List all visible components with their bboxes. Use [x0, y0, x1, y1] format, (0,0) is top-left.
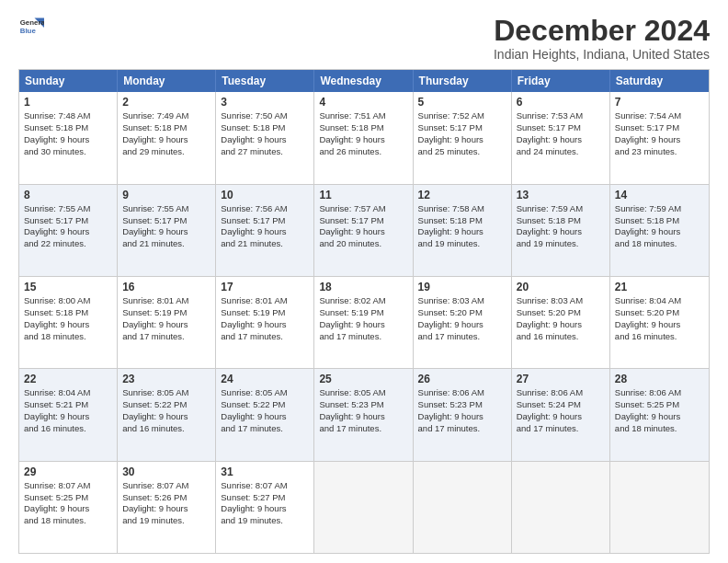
calendar-cell: 10Sunrise: 7:56 AMSunset: 5:17 PMDayligh… [216, 185, 314, 276]
cell-text: Daylight: 9 hours and 23 minutes. [615, 134, 704, 158]
cell-text: Daylight: 9 hours and 16 minutes. [24, 411, 112, 435]
cell-text: Sunrise: 8:01 AM [221, 295, 309, 307]
cell-text: Daylight: 9 hours and 21 minutes. [122, 226, 210, 250]
cell-text: Sunrise: 7:52 AM [418, 110, 506, 122]
cell-text: Sunrise: 7:48 AM [24, 110, 112, 122]
cell-text: Sunrise: 7:54 AM [615, 110, 704, 122]
cell-text: Daylight: 9 hours and 25 minutes. [418, 134, 506, 158]
page: General Blue December 2024 Indian Height… [0, 0, 728, 563]
cell-text: Sunset: 5:18 PM [24, 307, 112, 319]
cell-text: Sunset: 5:25 PM [615, 399, 704, 411]
cell-text: Sunrise: 8:02 AM [319, 295, 407, 307]
cell-text: Sunset: 5:20 PM [517, 307, 605, 319]
cell-text: Sunrise: 7:59 AM [615, 203, 704, 215]
day-number: 3 [221, 95, 309, 109]
cell-text: Sunset: 5:18 PM [418, 215, 506, 227]
cell-text: Sunrise: 8:05 AM [122, 387, 210, 399]
cell-text: Sunset: 5:18 PM [319, 122, 407, 134]
header-day-friday: Friday [512, 70, 610, 92]
calendar-row-3: 15Sunrise: 8:00 AMSunset: 5:18 PMDayligh… [19, 277, 709, 369]
cell-text: Daylight: 9 hours and 17 minutes. [221, 319, 309, 343]
cell-text: Sunset: 5:18 PM [24, 122, 112, 134]
cell-text: Daylight: 9 hours and 24 minutes. [517, 134, 605, 158]
cell-text: Sunset: 5:22 PM [122, 399, 210, 411]
cell-text: Sunrise: 7:50 AM [221, 110, 309, 122]
cell-text: Sunset: 5:17 PM [517, 122, 605, 134]
svg-text:General: General [20, 18, 44, 27]
calendar-cell: 27Sunrise: 8:06 AMSunset: 5:24 PMDayligh… [512, 369, 610, 460]
cell-text: Sunset: 5:19 PM [122, 307, 210, 319]
cell-text: Sunrise: 7:49 AM [122, 110, 210, 122]
calendar: SundayMondayTuesdayWednesdayThursdayFrid… [18, 69, 710, 554]
calendar-cell: 30Sunrise: 8:07 AMSunset: 5:26 PMDayligh… [118, 462, 216, 553]
cell-text: Sunset: 5:18 PM [221, 122, 309, 134]
main-title: December 2024 [494, 15, 710, 47]
cell-text: Sunrise: 7:53 AM [517, 110, 605, 122]
cell-text: Sunset: 5:18 PM [615, 215, 704, 227]
cell-text: Daylight: 9 hours and 17 minutes. [418, 411, 506, 435]
cell-text: Sunrise: 8:07 AM [221, 480, 309, 492]
calendar-cell: 18Sunrise: 8:02 AMSunset: 5:19 PMDayligh… [314, 277, 413, 368]
cell-text: Sunset: 5:19 PM [221, 307, 309, 319]
day-number: 22 [24, 372, 112, 386]
cell-text: Sunrise: 8:04 AM [24, 387, 112, 399]
cell-text: Sunrise: 7:56 AM [221, 203, 309, 215]
cell-text: Sunset: 5:17 PM [221, 215, 309, 227]
cell-text: Sunset: 5:21 PM [24, 399, 112, 411]
calendar-cell: 25Sunrise: 8:05 AMSunset: 5:23 PMDayligh… [314, 369, 413, 460]
calendar-cell [512, 462, 610, 553]
cell-text: Sunset: 5:19 PM [319, 307, 407, 319]
cell-text: Daylight: 9 hours and 18 minutes. [24, 319, 112, 343]
cell-text: Sunset: 5:20 PM [418, 307, 506, 319]
cell-text: Sunset: 5:22 PM [221, 399, 309, 411]
cell-text: Sunrise: 8:03 AM [418, 295, 506, 307]
cell-text: Daylight: 9 hours and 17 minutes. [221, 411, 309, 435]
calendar-cell: 26Sunrise: 8:06 AMSunset: 5:23 PMDayligh… [414, 369, 512, 460]
cell-text: Sunrise: 8:04 AM [615, 295, 704, 307]
calendar-cell: 9Sunrise: 7:55 AMSunset: 5:17 PMDaylight… [118, 185, 216, 276]
cell-text: Sunrise: 8:07 AM [122, 480, 210, 492]
cell-text: Daylight: 9 hours and 18 minutes. [24, 503, 112, 527]
day-number: 27 [517, 372, 605, 386]
calendar-cell: 4Sunrise: 7:51 AMSunset: 5:18 PMDaylight… [314, 92, 413, 183]
cell-text: Daylight: 9 hours and 17 minutes. [517, 411, 605, 435]
calendar-cell: 16Sunrise: 8:01 AMSunset: 5:19 PMDayligh… [118, 277, 216, 368]
day-number: 13 [517, 188, 605, 202]
header-day-monday: Monday [118, 70, 216, 92]
calendar-row-5: 29Sunrise: 8:07 AMSunset: 5:25 PMDayligh… [19, 462, 709, 553]
calendar-cell: 28Sunrise: 8:06 AMSunset: 5:25 PMDayligh… [610, 369, 709, 460]
header-day-thursday: Thursday [414, 70, 512, 92]
day-number: 15 [24, 280, 112, 294]
header-day-sunday: Sunday [19, 70, 118, 92]
calendar-row-2: 8Sunrise: 7:55 AMSunset: 5:17 PMDaylight… [19, 185, 709, 277]
cell-text: Sunset: 5:17 PM [24, 215, 112, 227]
day-number: 24 [221, 372, 309, 386]
cell-text: Daylight: 9 hours and 17 minutes. [122, 319, 210, 343]
cell-text: Sunrise: 8:06 AM [615, 387, 704, 399]
calendar-cell: 15Sunrise: 8:00 AMSunset: 5:18 PMDayligh… [19, 277, 118, 368]
calendar-cell: 6Sunrise: 7:53 AMSunset: 5:17 PMDaylight… [512, 92, 610, 183]
cell-text: Sunset: 5:23 PM [418, 399, 506, 411]
title-block: December 2024 Indian Heights, Indiana, U… [494, 15, 710, 62]
cell-text: Daylight: 9 hours and 18 minutes. [615, 411, 704, 435]
cell-text: Sunrise: 8:01 AM [122, 295, 210, 307]
day-number: 8 [24, 188, 112, 202]
cell-text: Sunset: 5:17 PM [418, 122, 506, 134]
cell-text: Sunrise: 8:05 AM [319, 387, 407, 399]
calendar-cell: 21Sunrise: 8:04 AMSunset: 5:20 PMDayligh… [610, 277, 709, 368]
cell-text: Daylight: 9 hours and 19 minutes. [122, 503, 210, 527]
calendar-cell: 14Sunrise: 7:59 AMSunset: 5:18 PMDayligh… [610, 185, 709, 276]
cell-text: Sunrise: 7:57 AM [319, 203, 407, 215]
cell-text: Daylight: 9 hours and 19 minutes. [418, 226, 506, 250]
day-number: 20 [517, 280, 605, 294]
cell-text: Sunrise: 8:03 AM [517, 295, 605, 307]
calendar-cell: 31Sunrise: 8:07 AMSunset: 5:27 PMDayligh… [216, 462, 314, 553]
calendar-header: SundayMondayTuesdayWednesdayThursdayFrid… [19, 70, 709, 92]
cell-text: Daylight: 9 hours and 19 minutes. [221, 503, 309, 527]
calendar-cell: 19Sunrise: 8:03 AMSunset: 5:20 PMDayligh… [414, 277, 512, 368]
cell-text: Daylight: 9 hours and 17 minutes. [319, 319, 407, 343]
cell-text: Daylight: 9 hours and 16 minutes. [122, 411, 210, 435]
subtitle: Indian Heights, Indiana, United States [494, 47, 710, 62]
day-number: 17 [221, 280, 309, 294]
cell-text: Sunrise: 7:55 AM [122, 203, 210, 215]
